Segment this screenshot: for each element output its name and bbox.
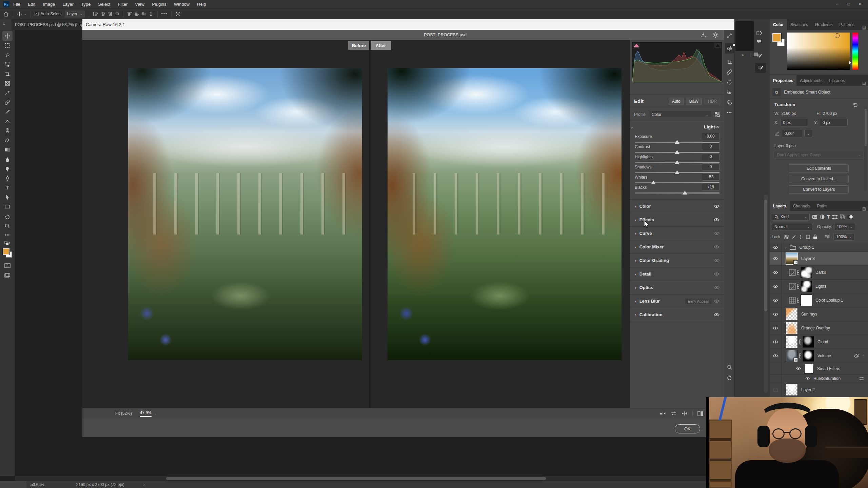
eye-icon-empty[interactable]: [770, 388, 781, 392]
contrast-slider[interactable]: Contrast 0: [635, 144, 719, 149]
detail-eye-icon[interactable]: [714, 272, 719, 276]
color-field[interactable]: [787, 33, 850, 70]
menu-plugins[interactable]: Plugins: [148, 0, 170, 8]
dodge-tool[interactable]: [2, 164, 13, 174]
more-tools-icon[interactable]: •••: [725, 108, 734, 118]
layer-row-volume[interactable]: ⧉ Volume ⌃: [770, 349, 868, 363]
layer-filter-dropdown[interactable]: Kind ⌄: [772, 213, 810, 221]
settings-gear-icon[interactable]: [712, 32, 718, 38]
lock-position-icon[interactable]: [798, 235, 803, 239]
crop-tool[interactable]: [2, 69, 13, 79]
smart-filters-eye-icon[interactable]: [796, 366, 801, 371]
section-color-grading[interactable]: ›Color Grading: [630, 253, 724, 267]
section-detail[interactable]: ›Detail: [630, 267, 724, 281]
profile-browser-icon[interactable]: [714, 111, 720, 117]
foreground-background-swatches[interactable]: [2, 248, 13, 259]
section-curve[interactable]: ›Curve: [630, 226, 724, 240]
red-eye-tool-icon[interactable]: [725, 87, 734, 98]
blend-mode-dropdown[interactable]: Normal⌄: [772, 223, 812, 230]
screen-mode-icon[interactable]: [2, 270, 13, 280]
effects-eye-icon[interactable]: [714, 218, 719, 222]
lasso-tool[interactable]: [2, 50, 13, 60]
layer-thumbnail[interactable]: [786, 384, 798, 396]
align-top-icon[interactable]: [127, 12, 132, 17]
gradient-tool[interactable]: [2, 145, 13, 155]
mask-thumbnail[interactable]: [803, 336, 814, 348]
align-middle-icon[interactable]: [134, 12, 139, 17]
expand-dialog-icon[interactable]: [725, 30, 734, 41]
panel-menu-icon[interactable]: ▤: [862, 25, 866, 30]
color-mixer-eye-icon[interactable]: [714, 245, 719, 249]
comments-panel-icon[interactable]: [756, 39, 762, 44]
eye-icon[interactable]: [770, 299, 781, 302]
filter-toggle[interactable]: [847, 215, 853, 219]
eye-icon[interactable]: [770, 285, 781, 288]
move-tool-icon[interactable]: [17, 12, 22, 17]
lock-transparency-icon[interactable]: [784, 235, 789, 239]
distribute-h-icon[interactable]: [114, 12, 119, 17]
light-eye-icon[interactable]: [715, 125, 719, 129]
whites-slider[interactable]: Whites -53: [635, 175, 719, 180]
mask-link-icon[interactable]: [799, 339, 802, 345]
eye-icon[interactable]: [770, 354, 781, 358]
before-after-divider[interactable]: [369, 40, 371, 408]
brush-tool[interactable]: [2, 107, 13, 117]
section-optics[interactable]: ›Optics: [630, 281, 724, 294]
history-brush-tool[interactable]: [2, 126, 13, 136]
layer-row-darks[interactable]: Darks: [770, 266, 868, 280]
auto-button[interactable]: Auto: [669, 98, 684, 105]
section-calibration[interactable]: ›Calibration: [630, 308, 724, 321]
hand-tool[interactable]: [2, 211, 13, 221]
export-icon[interactable]: [700, 32, 706, 38]
layer-row-layer2[interactable]: Layer 2: [770, 383, 868, 397]
group-expand-caret[interactable]: ⌄: [784, 245, 787, 249]
quick-mask-icon[interactable]: [2, 261, 13, 270]
auto-select-target-dropdown[interactable]: Layer⌄: [65, 11, 85, 18]
hue-strip[interactable]: [852, 33, 858, 70]
clone-stamp-tool[interactable]: [2, 117, 13, 126]
lock-all-icon[interactable]: [813, 235, 817, 239]
filter-pixel-icon[interactable]: [812, 215, 817, 219]
lookup-adjustment-icon[interactable]: [789, 297, 796, 304]
angle-caret[interactable]: ⌄: [804, 130, 812, 137]
tab-properties[interactable]: Properties: [770, 75, 796, 86]
zoom-caret-icon[interactable]: ⌄: [154, 412, 157, 415]
mask-link-icon[interactable]: [797, 298, 800, 303]
object-selection-tool[interactable]: [2, 60, 13, 69]
whites-track[interactable]: [635, 182, 719, 183]
curves-adjustment-icon[interactable]: [789, 269, 796, 276]
tab-paths[interactable]: Paths: [813, 201, 831, 211]
menu-edit[interactable]: Edit: [24, 0, 39, 8]
layer-row-orange-overlay[interactable]: Orange Overlay: [770, 321, 868, 335]
masking-tool-icon[interactable]: [725, 77, 734, 87]
mask-thumbnail[interactable]: [801, 294, 812, 306]
tab-swatches[interactable]: Swatches: [787, 19, 811, 30]
menu-select[interactable]: Select: [94, 0, 114, 8]
section-color[interactable]: ›Color: [630, 199, 724, 213]
default-swap-colors-icon[interactable]: [2, 240, 13, 247]
path-selection-tool[interactable]: [2, 192, 13, 202]
mask-thumbnail[interactable]: [801, 281, 812, 292]
convert-to-layers-button[interactable]: Convert to Layers: [789, 185, 849, 194]
status-arrow-icon[interactable]: ›: [143, 482, 145, 487]
convert-to-linked-button[interactable]: Convert to Linked...: [789, 175, 849, 183]
blacks-slider[interactable]: Blacks +19: [635, 185, 719, 190]
light-section-header[interactable]: ⌄ Light: [630, 121, 724, 133]
contrast-value[interactable]: 0: [702, 143, 719, 150]
eye-icon[interactable]: [770, 257, 781, 260]
x-input[interactable]: 0 px: [780, 119, 808, 126]
close-button[interactable]: ✕: [855, 0, 865, 8]
layer-thumbnail[interactable]: [786, 322, 798, 334]
filter-shape-icon[interactable]: [832, 215, 837, 219]
mask-link-icon[interactable]: [797, 284, 800, 289]
distribute-v-icon[interactable]: [149, 12, 154, 17]
crop-tool-icon[interactable]: [725, 57, 734, 67]
filter-mask-thumbnail[interactable]: [804, 364, 814, 373]
eye-icon[interactable]: [770, 340, 781, 344]
align-center-h-icon[interactable]: [100, 12, 105, 17]
split-view-icon[interactable]: [697, 411, 704, 416]
copy-settings-icon[interactable]: [682, 411, 688, 416]
layer-row-cloud[interactable]: Cloud: [770, 335, 868, 349]
swap-settings-icon[interactable]: [671, 411, 677, 415]
menu-help[interactable]: Help: [193, 0, 210, 8]
